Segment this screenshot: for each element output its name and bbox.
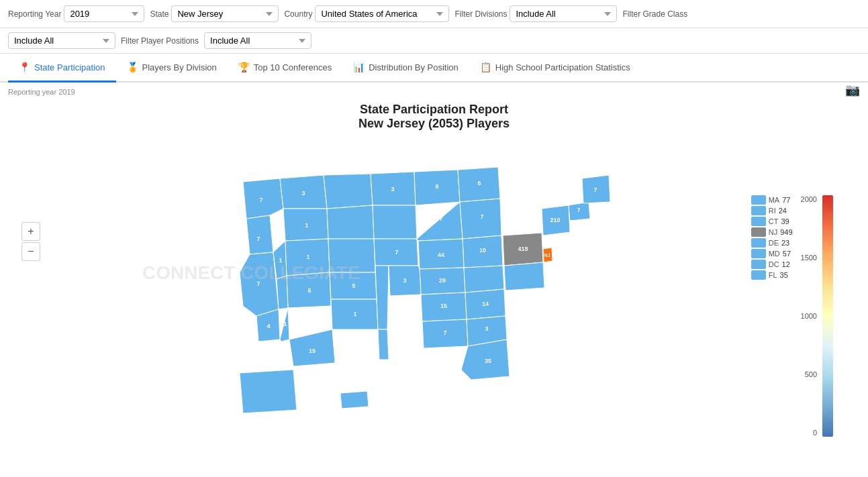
legend-state-dc: DC: [769, 260, 779, 268]
state-ia[interactable]: [373, 205, 417, 239]
legend-row-dc: DC 12: [751, 260, 793, 269]
filter-divisions-label: Filter Divisions: [454, 9, 507, 19]
legend-state-fl: FL: [769, 271, 777, 279]
state-ca[interactable]: [240, 252, 279, 316]
scale-label-1000: 1000: [801, 312, 817, 320]
camera-button[interactable]: 📷: [845, 83, 860, 97]
map-pin-icon: 📍: [19, 62, 30, 72]
state-co[interactable]: [287, 272, 331, 308]
legend-value-ri: 24: [779, 207, 787, 215]
tab-high-school-participation[interactable]: 📋 High School Participation Statistics: [469, 54, 641, 83]
chart-title: State Participation Report New Jersey (2…: [8, 103, 860, 131]
state-select[interactable]: New Jersey: [171, 5, 279, 22]
filter-grade-class-group: Filter Grade Class: [622, 9, 687, 19]
state-ok[interactable]: [331, 299, 378, 329]
reporting-year-label: Reporting Year: [8, 9, 61, 19]
tab-top-10-conferences[interactable]: 🏆 Top 10 Conferences: [228, 54, 342, 83]
legend-color-ri: [751, 206, 766, 215]
legend-table: MA 77 RI 24 CT 39 NJ 949: [751, 195, 793, 281]
legend-color-fl: [751, 270, 766, 280]
tab-bar: 📍 State Participation 🏅 Players By Divis…: [0, 54, 868, 83]
state-md-de[interactable]: [504, 262, 544, 290]
state-ms[interactable]: [389, 266, 421, 296]
state-ar[interactable]: [375, 266, 389, 329]
state-nc[interactable]: [465, 289, 505, 319]
color-scale-bar: [822, 195, 833, 437]
state-ct-ri-ma[interactable]: [569, 202, 590, 221]
reporting-year-select[interactable]: 2019: [64, 5, 144, 22]
country-select[interactable]: United States of America: [315, 5, 449, 22]
legend-value-md: 57: [783, 250, 791, 258]
chart-area: + − 7 7 7 3 1 1 1: [8, 142, 860, 423]
state-ut[interactable]: [277, 276, 288, 309]
state-wa[interactable]: [243, 178, 283, 219]
state-nj[interactable]: [543, 248, 552, 262]
legend-value-ma: 77: [782, 196, 790, 204]
state-or[interactable]: [246, 215, 273, 254]
state-ne[interactable]: [328, 239, 375, 272]
filter-player-positions-label: Filter Player Positions: [121, 36, 199, 46]
state-ak[interactable]: [240, 370, 297, 413]
filter-divisions-group: Filter Divisions Include All: [454, 5, 617, 22]
chart-title-line2: New Jersey (2053) Players: [8, 117, 860, 131]
state-wy[interactable]: [285, 239, 330, 276]
zoom-out-button[interactable]: −: [21, 242, 40, 261]
state-ks[interactable]: [330, 272, 377, 299]
legend-state-de: DE: [769, 239, 779, 247]
state-mi-upper[interactable]: [458, 167, 500, 202]
legend-state-ri: RI: [769, 207, 776, 215]
legend-row-md: MD 57: [751, 249, 793, 258]
tab-distribution-by-position[interactable]: 📊 Distribution By Position: [342, 54, 469, 83]
tab-state-participation-label: State Participation: [34, 62, 105, 72]
state-pa[interactable]: [503, 233, 543, 266]
legend-color-ma: [751, 195, 766, 205]
state-sd[interactable]: [327, 205, 374, 239]
tab-players-by-division[interactable]: 🏅 Players By Division: [116, 54, 228, 83]
division-icon: 🏅: [127, 62, 138, 72]
filter-divisions-select[interactable]: Include All: [510, 5, 617, 22]
state-al[interactable]: [421, 293, 467, 321]
legend-color-md: [751, 249, 766, 258]
tab-players-by-division-label: Players By Division: [142, 62, 217, 72]
color-scale-labels: 2000 1500 1000 500 0: [801, 195, 820, 437]
zoom-in-button[interactable]: +: [21, 222, 40, 241]
state-il[interactable]: [417, 202, 463, 241]
tab-high-school-participation-label: High School Participation Statistics: [495, 62, 630, 72]
legend-value-fl: 35: [780, 271, 788, 279]
state-wi[interactable]: [414, 170, 460, 205]
legend-row-fl: FL 35: [751, 270, 793, 280]
legend-color-ct: [751, 217, 766, 226]
state-wv[interactable]: [464, 266, 504, 293]
state-me[interactable]: [582, 175, 610, 203]
state-mt[interactable]: [280, 175, 327, 209]
state-mo[interactable]: [374, 239, 418, 266]
state-ky[interactable]: [418, 239, 464, 269]
state-hi[interactable]: [340, 391, 369, 409]
state-ga[interactable]: [422, 319, 468, 348]
state-oh[interactable]: [463, 235, 503, 268]
state-tx[interactable]: [289, 329, 335, 366]
scale-label-500: 500: [801, 370, 817, 378]
state-in[interactable]: [460, 199, 501, 239]
reporting-year-group: Reporting Year 2019: [8, 5, 144, 22]
scale-label-1500: 1500: [801, 254, 817, 262]
grade-class-select[interactable]: Include All: [8, 32, 115, 49]
state-mn[interactable]: [371, 172, 416, 205]
legend-value-dc: 12: [782, 260, 790, 268]
state-tn[interactable]: [420, 268, 465, 295]
tab-state-participation[interactable]: 📍 State Participation: [8, 54, 116, 83]
filter-bar-row1: Reporting Year 2019 State New Jersey Cou…: [0, 0, 868, 28]
state-ny[interactable]: [542, 205, 570, 235]
legend-color-de: [751, 238, 766, 248]
filter-grade-class-label: Filter Grade Class: [622, 9, 687, 19]
state-id[interactable]: [283, 209, 328, 241]
legend-value-de: 23: [781, 239, 789, 247]
legend-row-ma: MA 77: [751, 195, 793, 205]
legend-color-nj: [751, 227, 766, 237]
state-nd[interactable]: [324, 174, 373, 209]
player-positions-select[interactable]: Include All: [204, 32, 311, 49]
legend-row-ri: RI 24: [751, 206, 793, 215]
state-nm[interactable]: [280, 308, 289, 341]
legend-row-nj: NJ 949: [751, 227, 793, 237]
state-la[interactable]: [378, 329, 389, 360]
